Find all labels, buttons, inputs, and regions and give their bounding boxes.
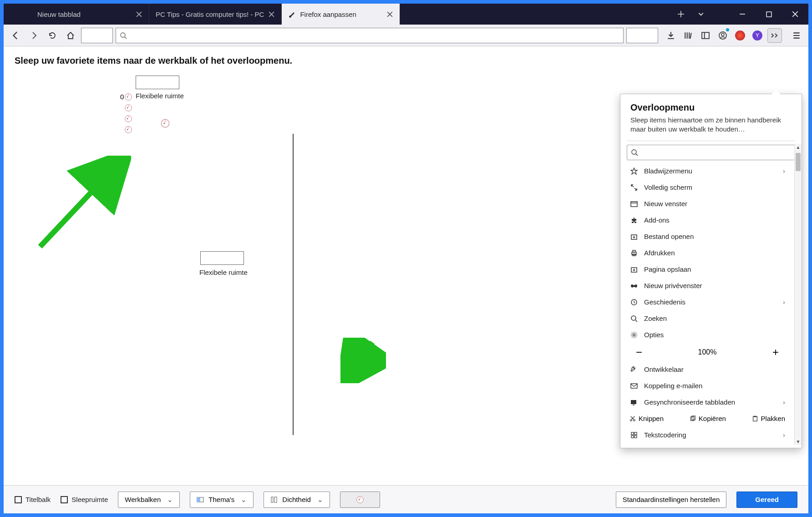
fullscreen-icon xyxy=(629,184,639,191)
chevron-down-icon: ⌄ xyxy=(241,496,247,504)
scroll-thumb[interactable] xyxy=(796,153,801,171)
done-button[interactable]: Gereed xyxy=(736,492,797,508)
unicorn-icon xyxy=(355,495,365,505)
scroll-down-icon[interactable]: ▼ xyxy=(795,439,802,444)
toolbar-placeholder[interactable] xyxy=(626,28,658,43)
scroll-up-icon[interactable]: ▲ xyxy=(795,145,802,150)
flexible-space-item[interactable] xyxy=(136,76,179,89)
item-label: Knippen xyxy=(639,415,664,422)
item-label: Plakken xyxy=(761,415,785,422)
overflow-item-newwindow[interactable]: Nieuw venster xyxy=(627,196,788,212)
item-label: Nieuw venster xyxy=(644,200,687,208)
customize-content: Sleep uw favoriete items naar de werkbal… xyxy=(4,46,808,485)
window-maximize-button[interactable] xyxy=(756,4,782,25)
unicorn-icon[interactable] xyxy=(123,125,133,135)
overflow-button[interactable] xyxy=(767,28,782,43)
overflow-item-options[interactable]: Opties xyxy=(627,327,788,343)
zoom-out-button[interactable]: − xyxy=(636,346,642,359)
unicorn-icon[interactable] xyxy=(123,114,133,124)
toolbars-dropdown[interactable]: Werkbalken ⌄ xyxy=(118,492,180,508)
extension-button[interactable] xyxy=(733,28,747,43)
navigation-toolbar: Y xyxy=(4,25,808,46)
zoom-controls: − 100% + xyxy=(627,343,788,361)
overflow-item-history[interactable]: Geschiedenis › xyxy=(627,294,788,310)
overflow-item-private[interactable]: Nieuw privévenster xyxy=(627,278,788,294)
overflow-item-synced[interactable]: Gesynchroniseerde tabbladen › xyxy=(627,394,788,411)
overflow-item-bookmarks[interactable]: Bladwijzermenu › xyxy=(627,163,788,179)
zoom-in-button[interactable]: + xyxy=(772,346,779,359)
unicorn-icon[interactable] xyxy=(159,117,171,129)
close-icon[interactable] xyxy=(268,10,275,18)
reload-button[interactable] xyxy=(45,28,60,43)
dragspace-checkbox[interactable]: Sleepruimte xyxy=(61,496,108,503)
item-label: Nieuw privévenster xyxy=(644,282,702,289)
overflow-panel: Overloopmenu Sleep items hiernaartoe om … xyxy=(620,94,802,448)
gear-icon xyxy=(629,331,639,339)
scrollbar[interactable]: ▲ ▼ xyxy=(794,144,802,445)
new-tab-button[interactable] xyxy=(671,4,691,25)
unicorn-icon[interactable] xyxy=(123,103,133,113)
dropdown-label: Thema's xyxy=(208,496,234,503)
cut-button[interactable]: Knippen xyxy=(629,415,664,422)
window-close-button[interactable] xyxy=(782,4,808,25)
copy-button[interactable]: Kopiëren xyxy=(690,415,726,422)
overflow-subtitle: Sleep items hiernaartoe om ze binnen han… xyxy=(620,116,802,141)
svg-point-10 xyxy=(127,118,128,119)
svg-point-14 xyxy=(164,123,165,124)
close-icon[interactable] xyxy=(135,10,142,18)
svg-rect-35 xyxy=(754,416,756,417)
themes-dropdown[interactable]: Thema's ⌄ xyxy=(190,492,254,508)
search-icon xyxy=(120,32,127,39)
overflow-title: Overloopmenu xyxy=(620,94,802,116)
window-minimize-button[interactable] xyxy=(729,4,756,25)
paste-button[interactable]: Plakken xyxy=(752,415,785,422)
zoom-level: 100% xyxy=(698,348,717,356)
overflow-item-save[interactable]: Pagina opslaan xyxy=(627,261,788,278)
hamburger-menu-button[interactable] xyxy=(789,28,804,43)
item-label: Kopiëren xyxy=(699,415,726,422)
titlebar-checkbox[interactable]: Titelbalk xyxy=(15,496,51,503)
svg-point-6 xyxy=(127,96,128,97)
item-label: Afdrukken xyxy=(644,249,675,257)
profile-button[interactable]: Y xyxy=(750,28,765,43)
overflow-search-item[interactable] xyxy=(627,145,795,160)
overflow-item-dev[interactable]: Ontwikkelaar xyxy=(627,361,788,378)
restore-defaults-button[interactable]: Standaardinstellingen herstellen xyxy=(616,492,726,508)
tab-bar: Nieuw tabblad PC Tips - Gratis computer … xyxy=(4,4,808,25)
flexible-space-item[interactable] xyxy=(200,251,244,265)
duckduckgo-icon xyxy=(735,30,745,41)
unicorn-icon[interactable] xyxy=(123,92,133,102)
print-icon xyxy=(629,249,639,257)
unicorn-button[interactable] xyxy=(340,492,380,508)
density-dropdown[interactable]: Dichtheid ⌄ xyxy=(264,492,330,508)
overflow-item-print[interactable]: Afdrukken xyxy=(627,245,788,261)
downloads-button[interactable] xyxy=(664,28,678,43)
close-icon[interactable] xyxy=(386,10,393,18)
account-button[interactable] xyxy=(716,28,730,43)
svg-point-1 xyxy=(121,33,125,37)
overflow-item-search[interactable]: Zoeken xyxy=(627,310,788,327)
svg-point-8 xyxy=(127,107,128,108)
toolbar-placeholder[interactable] xyxy=(81,28,113,43)
overflow-item-addons[interactable]: Add-ons xyxy=(627,212,788,228)
overflow-item-fullscreen[interactable]: Volledig scherm xyxy=(627,179,788,196)
overflow-item-open[interactable]: Bestand openen xyxy=(627,228,788,245)
item-label: Bladwijzermenu xyxy=(644,167,692,175)
tab-customize[interactable]: Firefox aanpassen xyxy=(282,4,400,25)
back-button[interactable] xyxy=(8,28,24,43)
tabs-dropdown-button[interactable] xyxy=(691,4,711,25)
overflow-item-encoding[interactable]: Tekstcodering › xyxy=(627,427,788,443)
home-button[interactable] xyxy=(63,28,78,43)
sidebar-button[interactable] xyxy=(698,28,713,43)
forward-button[interactable] xyxy=(26,28,42,43)
url-bar-placeholder[interactable] xyxy=(116,28,624,43)
item-label: Koppeling e-mailen xyxy=(644,382,702,390)
svg-line-15 xyxy=(40,169,113,247)
tab-pctips[interactable]: PC Tips - Gratis computer tips! - PC xyxy=(149,4,282,25)
overflow-item-email[interactable]: Koppeling e-mailen xyxy=(627,378,788,394)
library-button[interactable] xyxy=(681,28,695,43)
tab-newtab[interactable]: Nieuw tabblad xyxy=(31,4,149,25)
checkbox-label: Sleepruimte xyxy=(71,496,108,503)
item-label: Flexibele ruimte xyxy=(199,269,248,276)
save-page-icon xyxy=(629,266,639,273)
